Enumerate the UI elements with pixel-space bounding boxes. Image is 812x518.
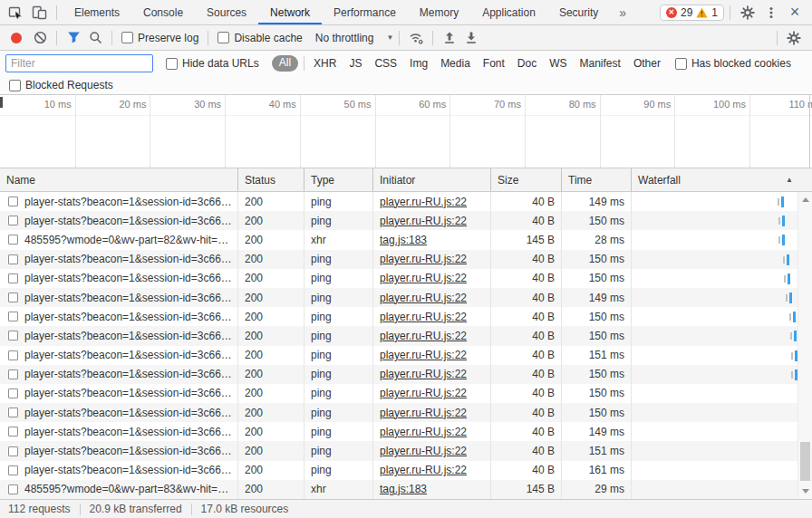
initiator-link[interactable]: player.ru-RU.js:22 <box>380 407 467 419</box>
vertical-scrollbar[interactable] <box>798 192 812 499</box>
initiator-link[interactable]: player.ru-RU.js:22 <box>380 368 467 380</box>
request-row[interactable]: player-stats?beacon=1&session-id=3c66…20… <box>0 441 812 460</box>
throttling-dropdown[interactable]: No throttling ▼ <box>315 32 394 44</box>
request-checkbox[interactable] <box>8 484 18 494</box>
checkbox[interactable] <box>675 58 687 70</box>
filter-type-other[interactable]: Other <box>633 57 661 70</box>
request-checkbox[interactable] <box>8 273 18 283</box>
preserve-log-checkbox[interactable]: Preserve log <box>121 32 198 44</box>
scrollbar-thumb[interactable] <box>800 442 810 481</box>
issues-badge[interactable]: ✕ 29 1 <box>660 5 724 21</box>
initiator-link[interactable]: player.ru-RU.js:22 <box>380 196 467 208</box>
checkbox[interactable] <box>166 58 178 70</box>
inspect-element-icon[interactable] <box>4 0 27 24</box>
tab-security[interactable]: Security <box>547 0 610 24</box>
request-checkbox[interactable] <box>8 197 18 206</box>
column-header-name[interactable]: Name <box>0 168 238 191</box>
column-header-initiator[interactable]: Initiator <box>373 168 491 191</box>
network-conditions-icon[interactable] <box>405 28 427 48</box>
initiator-link[interactable]: player.ru-RU.js:22 <box>380 445 467 457</box>
request-row[interactable]: player-stats?beacon=1&session-id=3c66…20… <box>0 250 812 269</box>
request-checkbox[interactable] <box>8 293 18 302</box>
tab-application[interactable]: Application <box>470 0 547 24</box>
request-row[interactable]: 485595?wmode=0&wv-part=83&wv-hit=…200xhr… <box>0 480 812 499</box>
request-row[interactable]: player-stats?beacon=1&session-id=3c66…20… <box>0 192 812 211</box>
kebab-menu-icon[interactable] <box>759 6 783 19</box>
initiator-link[interactable]: player.ru-RU.js:22 <box>380 253 467 265</box>
filter-input[interactable] <box>5 54 153 72</box>
initiator-link[interactable]: player.ru-RU.js:22 <box>380 311 467 323</box>
tab-console[interactable]: Console <box>131 0 195 24</box>
filter-type-doc[interactable]: Doc <box>517 57 536 70</box>
initiator-link[interactable]: player.ru-RU.js:22 <box>380 464 467 476</box>
filter-type-css[interactable]: CSS <box>374 57 397 70</box>
request-checkbox[interactable] <box>8 312 18 321</box>
settings-gear-icon[interactable] <box>736 5 759 20</box>
request-checkbox[interactable] <box>8 254 18 264</box>
export-har-icon[interactable] <box>460 28 482 48</box>
checkbox[interactable] <box>218 32 229 43</box>
column-header-type[interactable]: Type <box>304 168 373 191</box>
scroll-up-arrow[interactable] <box>802 197 809 202</box>
column-header-status[interactable]: Status <box>238 168 304 191</box>
filter-type-font[interactable]: Font <box>483 57 505 70</box>
request-checkbox[interactable] <box>8 465 18 475</box>
request-row[interactable]: player-stats?beacon=1&session-id=3c66…20… <box>0 307 812 326</box>
tab-network[interactable]: Network <box>258 0 322 24</box>
column-header-time[interactable]: Time <box>562 168 632 191</box>
scroll-down-arrow[interactable] <box>802 489 809 494</box>
filter-funnel-icon[interactable] <box>63 28 84 48</box>
request-row[interactable]: player-stats?beacon=1&session-id=3c66…20… <box>0 269 812 288</box>
filter-type-js[interactable]: JS <box>349 57 362 70</box>
more-tabs-icon[interactable]: » <box>610 0 635 24</box>
tab-elements[interactable]: Elements <box>63 0 131 24</box>
request-row[interactable]: player-stats?beacon=1&session-id=3c66…20… <box>0 326 812 345</box>
request-checkbox[interactable] <box>8 388 18 398</box>
request-row[interactable]: player-stats?beacon=1&session-id=3c66…20… <box>0 211 812 230</box>
disable-cache-checkbox[interactable]: Disable cache <box>218 32 302 44</box>
checkbox[interactable] <box>9 80 21 91</box>
request-row[interactable]: player-stats?beacon=1&session-id=3c66…20… <box>0 365 812 384</box>
initiator-link[interactable]: tag.js:183 <box>380 234 427 246</box>
network-settings-gear-icon[interactable] <box>783 28 805 48</box>
filter-type-ws[interactable]: WS <box>549 57 566 70</box>
initiator-link[interactable]: player.ru-RU.js:22 <box>380 426 467 438</box>
network-overview-timeline[interactable]: 10 ms20 ms30 ms40 ms50 ms60 ms70 ms80 ms… <box>0 95 812 168</box>
request-row[interactable]: player-stats?beacon=1&session-id=3c66…20… <box>0 403 812 422</box>
checkbox[interactable] <box>121 32 133 43</box>
record-button[interactable] <box>11 33 22 43</box>
column-header-waterfall[interactable]: Waterfall▲ <box>632 168 812 191</box>
filter-type-media[interactable]: Media <box>440 57 470 70</box>
request-row[interactable]: 485595?wmode=0&wv-part=82&wv-hit=…200xhr… <box>0 230 812 249</box>
device-toolbar-icon[interactable] <box>27 0 51 24</box>
initiator-link[interactable]: player.ru-RU.js:22 <box>380 215 467 227</box>
initiator-link[interactable]: player.ru-RU.js:22 <box>380 330 467 342</box>
initiator-link[interactable]: player.ru-RU.js:22 <box>380 272 467 284</box>
request-checkbox[interactable] <box>8 235 18 245</box>
initiator-link[interactable]: player.ru-RU.js:22 <box>380 387 467 399</box>
request-row[interactable]: player-stats?beacon=1&session-id=3c66…20… <box>0 461 812 480</box>
blocked-requests-checkbox[interactable]: Blocked Requests <box>9 79 113 91</box>
tab-sources[interactable]: Sources <box>195 0 258 24</box>
search-icon[interactable] <box>84 28 106 48</box>
request-checkbox[interactable] <box>8 446 18 456</box>
clear-icon[interactable] <box>29 28 51 48</box>
filter-type-xhr[interactable]: XHR <box>314 57 336 70</box>
request-checkbox[interactable] <box>8 427 18 436</box>
tab-memory[interactable]: Memory <box>408 0 470 24</box>
has-blocked-cookies-checkbox[interactable]: Has blocked cookies <box>675 57 791 70</box>
import-har-icon[interactable] <box>439 28 460 48</box>
filter-type-all[interactable]: All <box>272 55 298 71</box>
close-devtools-icon[interactable]: × <box>783 3 807 22</box>
request-checkbox[interactable] <box>8 350 18 360</box>
request-row[interactable]: player-stats?beacon=1&session-id=3c66…20… <box>0 346 812 365</box>
request-checkbox[interactable] <box>8 216 18 225</box>
request-row[interactable]: player-stats?beacon=1&session-id=3c66…20… <box>0 422 812 441</box>
hide-data-urls-checkbox[interactable]: Hide data URLs <box>166 57 259 70</box>
request-row[interactable]: player-stats?beacon=1&session-id=3c66…20… <box>0 384 812 403</box>
initiator-link[interactable]: tag.js:183 <box>380 483 427 495</box>
initiator-link[interactable]: player.ru-RU.js:22 <box>380 349 467 361</box>
request-checkbox[interactable] <box>8 331 18 341</box>
filter-type-manifest[interactable]: Manifest <box>580 57 621 70</box>
request-row[interactable]: player-stats?beacon=1&session-id=3c66…20… <box>0 288 812 307</box>
